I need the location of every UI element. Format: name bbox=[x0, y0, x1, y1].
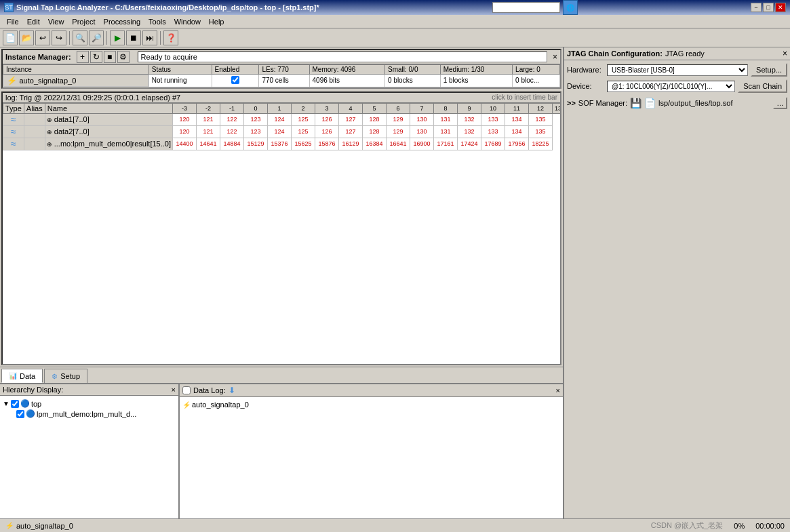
col-enabled: Enabled bbox=[212, 65, 259, 75]
hierarchy-item-top[interactable]: ▼ 🔵 top bbox=[3, 398, 176, 409]
data-cell: 122 bbox=[220, 113, 243, 125]
device-select[interactable]: @1: 10CL006(Y|Z)/10CL010(Y|... bbox=[607, 81, 735, 92]
col-small: Small: 0/0 bbox=[384, 65, 440, 75]
instance-memory-cell: 4096 bits bbox=[309, 75, 384, 87]
datalog-checkbox[interactable] bbox=[182, 386, 191, 394]
datalog-item-label: auto_signaltap_0 bbox=[192, 401, 249, 409]
menu-edit[interactable]: Edit bbox=[23, 16, 44, 27]
datalog-close-button[interactable]: × bbox=[556, 386, 560, 394]
data-cell: 128 bbox=[362, 125, 386, 138]
autodetect-button[interactable]: 🔎 bbox=[89, 30, 104, 45]
data-cell: 132 bbox=[457, 113, 481, 125]
hierarchy-item-lpm[interactable]: 🔵 lpm_mult_demo:lpm_mult_d... bbox=[3, 409, 176, 419]
menu-window[interactable]: Window bbox=[170, 16, 205, 27]
instance-manager-close-button[interactable]: × bbox=[553, 52, 557, 62]
instance-manager-label: Instance Manager: bbox=[5, 53, 71, 61]
data-cell: 123 bbox=[243, 125, 267, 138]
menu-view[interactable]: View bbox=[44, 16, 68, 27]
hardware-select[interactable]: USB-Blaster [USB-0] bbox=[607, 64, 748, 76]
datalog-panel: Data Log: ⬇ × ⚡ auto_signaltap_0 bbox=[180, 384, 563, 532]
data-cell: 126 bbox=[315, 125, 338, 138]
datalog-item[interactable]: ⚡ auto_signaltap_0 bbox=[182, 400, 560, 409]
signal-row: ≈⊕ data1[7..0]12012112212312412512612712… bbox=[3, 113, 561, 125]
scan-chain-button[interactable]: Scan Chain bbox=[738, 79, 787, 93]
hardware-label: Hardware: bbox=[567, 66, 604, 74]
datalog-download-icon[interactable]: ⬇ bbox=[229, 386, 235, 395]
instance-enabled-cell[interactable] bbox=[212, 75, 259, 87]
title-search-input[interactable] bbox=[492, 2, 560, 13]
signal-alias-cell bbox=[24, 138, 45, 150]
signal-table: Type Alias Name -3 -2 -1 0 1 2 3 4 5 bbox=[3, 103, 560, 150]
hierarchy-panel: Hierarchy Display: × ▼ 🔵 top 🔵 lpm_mult_… bbox=[0, 384, 180, 532]
im-add-button[interactable]: + bbox=[77, 51, 89, 63]
menu-file[interactable]: File bbox=[3, 16, 23, 27]
data-cell: 15129 bbox=[243, 138, 267, 150]
title-search-icon[interactable]: 🌐 bbox=[563, 0, 578, 15]
signal-name-cell: ⊕ ...mo:lpm_mult_demo0|result[15..0] bbox=[45, 138, 172, 150]
sof-chip-icon: 💾 bbox=[630, 98, 641, 108]
progress-text: 0% bbox=[734, 522, 745, 530]
sof-file-icon: 📄 bbox=[644, 98, 656, 108]
th-3: 3 bbox=[315, 103, 338, 113]
time-insert-hint[interactable]: click to insert time bar bbox=[492, 94, 557, 101]
signal-table-container[interactable]: Type Alias Name -3 -2 -1 0 1 2 3 4 5 bbox=[3, 103, 560, 365]
sof-path: lsp/output_files/top.sof bbox=[658, 99, 770, 107]
th-alias: Alias bbox=[24, 103, 45, 113]
datalog-content: ⚡ auto_signaltap_0 bbox=[180, 397, 563, 532]
undo-button[interactable]: ↩ bbox=[35, 30, 50, 45]
step-button[interactable]: ⏭ bbox=[142, 30, 157, 45]
data-cell: 120 bbox=[172, 113, 196, 125]
data-cell: 16900 bbox=[410, 138, 433, 150]
sof-browse-button[interactable]: ... bbox=[773, 97, 787, 109]
im-config-button[interactable]: ⚙ bbox=[117, 51, 130, 63]
maximize-button[interactable]: □ bbox=[763, 3, 774, 12]
hierarchy-close-button[interactable]: × bbox=[172, 386, 176, 394]
menu-processing[interactable]: Processing bbox=[100, 16, 144, 27]
menu-project[interactable]: Project bbox=[68, 16, 99, 27]
stop-analysis-button[interactable]: ⏹ bbox=[126, 30, 141, 45]
run-button[interactable]: ▶ bbox=[110, 30, 125, 45]
im-refresh-button[interactable]: ↻ bbox=[90, 51, 102, 63]
tab-data[interactable]: 📊 Data bbox=[1, 369, 43, 383]
col-instance: Instance bbox=[3, 65, 149, 75]
data-cell: 17689 bbox=[481, 138, 505, 150]
data-cell: 123 bbox=[243, 113, 267, 125]
data-cell: 121 bbox=[196, 125, 220, 138]
minimize-button[interactable]: − bbox=[751, 3, 762, 12]
jtag-close-button[interactable]: × bbox=[783, 49, 787, 58]
signal-type-cell: ≈ bbox=[3, 138, 24, 150]
setup-button[interactable]: Setup... bbox=[751, 63, 787, 77]
lpm-bus-icon: 🔵 bbox=[26, 409, 35, 418]
tab-setup[interactable]: ⚙ Setup bbox=[44, 369, 87, 383]
menu-tools[interactable]: Tools bbox=[144, 16, 170, 27]
new-button[interactable]: 📄 bbox=[3, 30, 18, 45]
log-text: log: Trig @ 2022/12/31 09:29:25 (0:0:0.1… bbox=[5, 94, 180, 102]
node-finder-button[interactable]: 🔍 bbox=[73, 30, 87, 45]
th-12: 12 bbox=[528, 103, 552, 113]
help-button[interactable]: ❓ bbox=[163, 30, 178, 45]
data-cell: 134 bbox=[505, 113, 528, 125]
close-button[interactable]: ✕ bbox=[775, 3, 786, 12]
device-label: Device: bbox=[567, 82, 604, 90]
toolbar-sep-1 bbox=[69, 31, 70, 45]
instance-enabled-checkbox[interactable] bbox=[231, 76, 239, 84]
redo-button[interactable]: ↪ bbox=[52, 30, 66, 45]
signal-name-cell: ⊕ data2[7..0] bbox=[45, 125, 172, 138]
th-10: 10 bbox=[481, 103, 505, 113]
top-checkbox[interactable] bbox=[11, 400, 19, 408]
jtag-header-label: JTAG Chain Configuration: bbox=[567, 49, 663, 58]
data-cell: 15876 bbox=[315, 138, 338, 150]
im-stop-button[interactable]: ■ bbox=[104, 51, 116, 63]
title-bar: ST Signal Tap Logic Analyzer - C:/Users/… bbox=[0, 0, 790, 15]
open-button[interactable]: 📂 bbox=[19, 30, 34, 45]
window-title: Signal Tap Logic Analyzer - C:/Users/fei… bbox=[16, 3, 319, 12]
col-les: LEs: 770 bbox=[259, 65, 309, 75]
lpm-checkbox[interactable] bbox=[16, 410, 24, 418]
data-cell: 122 bbox=[220, 125, 243, 138]
data-cell: 124 bbox=[267, 125, 291, 138]
instance-name-cell: ⚡ auto_signaltap_0 bbox=[3, 75, 149, 87]
menu-help[interactable]: Help bbox=[205, 16, 229, 27]
data-cell: 127 bbox=[338, 113, 362, 125]
th-6: 6 bbox=[386, 103, 410, 113]
data-cell: 129 bbox=[386, 125, 410, 138]
